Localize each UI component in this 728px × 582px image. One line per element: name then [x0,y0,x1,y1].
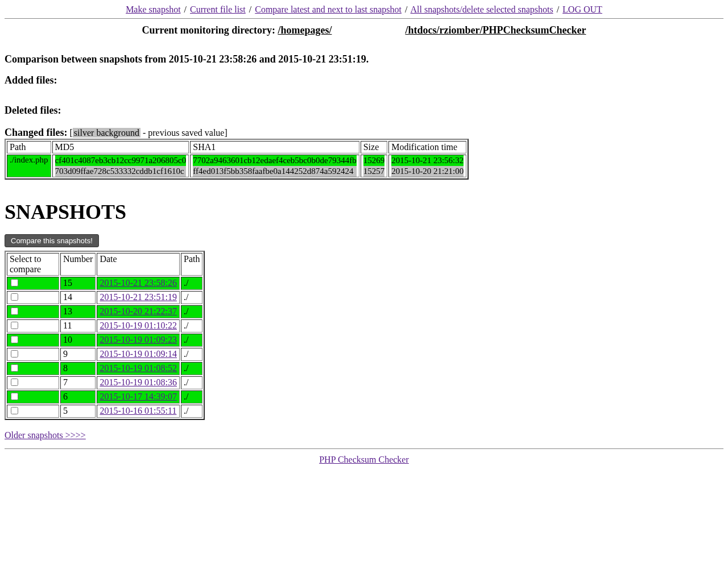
cell-date: 2015-10-21 23:51:19 [97,291,180,304]
snapshot-date-link[interactable]: 2015-10-17 14:39:07 [100,392,177,401]
cell-number: 15 [60,277,96,290]
cell-select [7,291,59,304]
footer-link[interactable]: PHP Checksum Checker [319,455,409,464]
monitoring-path-1[interactable]: /homepages/ [278,24,332,36]
snapshot-row: 102015-10-19 01:09:23./ [7,334,202,347]
snapshot-date-link[interactable]: 2015-10-19 01:08:52 [100,363,177,373]
cell-path: ./ [181,319,202,332]
nav-compare-latest[interactable]: Compare latest and next to last snapshot [255,5,402,14]
cell-date: 2015-10-19 01:08:52 [97,362,180,375]
cell-number: 5 [60,405,96,418]
snapshot-date-link[interactable]: 2015-10-19 01:10:22 [100,321,177,330]
changed-file-row: ./index.php cf401c4087eb3cb12cc9971a2068… [7,155,466,177]
snapshot-row: 152015-10-21 23:58:26./ [7,277,202,290]
snapshot-date-link[interactable]: 2015-10-16 01:55:11 [100,406,176,415]
select-snapshot-checkbox[interactable] [11,293,18,301]
select-snapshot-checkbox[interactable] [11,350,18,357]
col-date: Date [97,253,180,276]
snapshot-date-link[interactable]: 2015-10-21 23:58:26 [100,278,177,288]
cell-path: ./ [181,334,202,347]
cell-number: 8 [60,362,96,375]
snapshot-row: 82015-10-19 01:08:52./ [7,362,202,375]
snapshot-row: 62015-10-17 14:39:07./ [7,390,202,404]
cell-select [7,277,59,290]
legend-rest: - previous saved value] [140,128,228,138]
snapshot-row: 52015-10-16 01:55:11./ [7,405,202,418]
cell-path: ./index.php [7,155,51,177]
snapshot-date-link[interactable]: 2015-10-19 01:08:36 [100,377,177,387]
nav-all-snapshots[interactable]: All snapshots/delete selected snapshots [411,5,553,14]
legend-silver-bg: silver background [73,128,140,138]
cell-number: 6 [60,390,96,404]
cell-number: 10 [60,334,96,347]
cell-size: 15269 15257 [361,155,388,177]
cell-path: ./ [181,405,202,418]
deleted-files-label: Deleted files: [5,105,723,117]
cell-date: 2015-10-19 01:10:22 [97,319,180,332]
snapshot-row: 142015-10-21 23:51:19./ [7,291,202,304]
snapshots-heading: SNAPSHOTS [5,200,723,224]
snapshot-row: 112015-10-19 01:10:22./ [7,319,202,332]
cell-select [7,405,59,418]
changed-legend: [silver background - previous saved valu… [70,128,228,138]
select-snapshot-checkbox[interactable] [11,379,18,386]
changed-files-table: Path MD5 SHA1 Size Modification time ./i… [5,139,469,180]
sha1-old: ff4ed013f5bb358faafbe0a144252d874a592424 [193,166,356,177]
snapshot-row: 132015-10-20 21:22:37./ [7,305,202,318]
snapshot-date-link[interactable]: 2015-10-20 21:22:37 [100,306,177,316]
nav-logout[interactable]: LOG OUT [562,5,602,14]
snapshot-date-link[interactable]: 2015-10-19 01:09:14 [100,349,177,359]
top-nav: Make snapshot / Current file list / Comp… [5,5,723,15]
compare-snapshots-button[interactable]: Compare this snapshots! [5,234,99,247]
cell-path: ./ [181,305,202,318]
cell-select [7,390,59,404]
snapshot-row: 72015-10-19 01:08:36./ [7,376,202,389]
cell-date: 2015-10-19 01:09:14 [97,348,180,361]
cell-sha1: 7702a9463601cb12edaef4ceb5bc0b0de79344fb… [190,155,359,177]
mtime-old: 2015-10-20 21:21:00 [391,166,464,177]
select-snapshot-checkbox[interactable] [11,393,18,400]
col-mtime: Modification time [388,141,466,153]
col-md5: MD5 [52,141,189,153]
select-snapshot-checkbox[interactable] [11,279,18,286]
divider [5,448,723,449]
snapshot-row: 92015-10-19 01:09:14./ [7,348,202,361]
cell-path: ./ [181,390,202,404]
select-snapshot-checkbox[interactable] [11,364,18,372]
cell-select [7,319,59,332]
snapshots-table: Select to compare Number Date Path 15201… [5,251,205,420]
md5-new: cf401c4087eb3cb12cc9971a206805c0 [55,155,187,166]
cell-date: 2015-10-19 01:09:23 [97,334,180,347]
monitoring-directory-line: Current monitoring directory: /homepages… [5,24,723,36]
cell-date: 2015-10-21 23:58:26 [97,277,180,290]
added-files-label: Added files: [5,74,723,86]
select-snapshot-checkbox[interactable] [11,336,18,343]
table-header-row: Select to compare Number Date Path [7,253,202,276]
cell-date: 2015-10-16 01:55:11 [97,405,180,418]
cell-path: ./ [181,291,202,304]
snapshot-date-link[interactable]: 2015-10-21 23:51:19 [100,292,177,302]
snapshot-date-link[interactable]: 2015-10-19 01:09:23 [100,335,177,344]
nav-make-snapshot[interactable]: Make snapshot [126,5,180,14]
size-old: 15257 [363,166,385,177]
changed-files-label: Changed files: [5,127,68,138]
cell-select [7,348,59,361]
size-new: 15269 [363,155,385,166]
older-snapshots-link[interactable]: Older snapshots >>>> [5,430,723,440]
select-snapshot-checkbox[interactable] [11,407,18,414]
select-snapshot-checkbox[interactable] [11,307,18,315]
cell-number: 13 [60,305,96,318]
cell-select [7,305,59,318]
footer: PHP Checksum Checker [5,455,723,465]
col-path: Path [7,141,51,153]
cell-path: ./ [181,376,202,389]
nav-sep: / [249,5,251,14]
select-snapshot-checkbox[interactable] [11,322,18,329]
comparison-heading: Comparison between snapshots from 2015-1… [5,53,723,65]
table-header-row: Path MD5 SHA1 Size Modification time [7,141,466,153]
col-select: Select to compare [7,253,59,276]
monitoring-path-2[interactable]: /htdocs/rziomber/PHPChecksumChecker [405,24,586,36]
cell-number: 14 [60,291,96,304]
nav-sep: / [405,5,407,14]
nav-current-file-list[interactable]: Current file list [190,5,246,14]
